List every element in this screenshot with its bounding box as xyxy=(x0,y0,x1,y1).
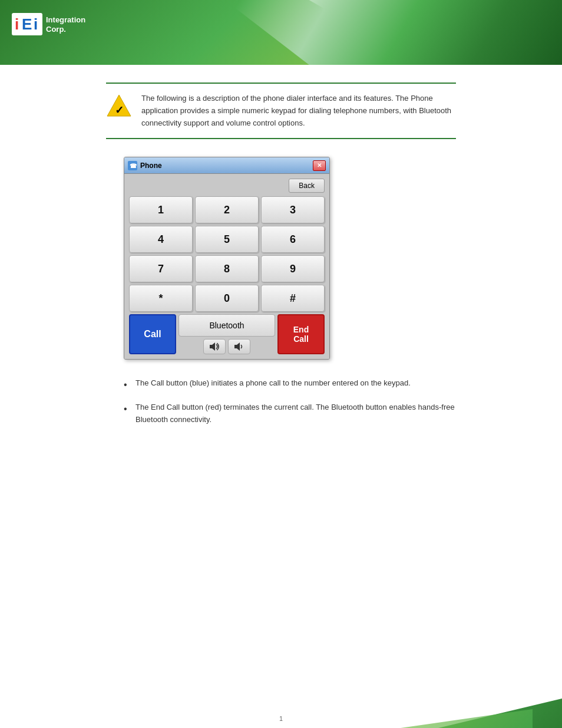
logo-svg: i E i Integration Corp. xyxy=(12,11,88,43)
svg-text:i: i xyxy=(34,15,38,33)
volume-row xyxy=(178,339,275,354)
dialog-title-left: ☎ Phone xyxy=(128,161,162,170)
svg-text:i: i xyxy=(15,15,19,33)
phone-dialog-wrapper: ☎ Phone ✕ Back 1 2 3 xyxy=(124,157,456,360)
footer: 1 xyxy=(0,693,562,728)
svg-text:E: E xyxy=(22,15,32,33)
num-btn-1[interactable]: 1 xyxy=(129,196,193,223)
end-call-button[interactable]: EndCall xyxy=(277,314,325,354)
bottom-action-row: Call Bluetooth xyxy=(129,314,325,354)
phone-dialog: ☎ Phone ✕ Back 1 2 3 xyxy=(124,157,330,360)
bullet-item-2: The End Call button (red) terminates the… xyxy=(124,401,456,426)
footer-wave-2 xyxy=(368,704,533,728)
num-btn-5[interactable]: 5 xyxy=(195,226,259,253)
num-btn-6[interactable]: 6 xyxy=(261,226,325,253)
volume-down-button[interactable] xyxy=(228,339,250,354)
main-content: ✓ The following is a description of the … xyxy=(0,65,562,456)
numpad-grid: 1 2 3 4 5 6 7 8 9 * 0 # xyxy=(129,196,325,312)
volume-up-button[interactable] xyxy=(203,339,226,354)
middle-column: Bluetooth xyxy=(178,314,275,354)
num-btn-3[interactable]: 3 xyxy=(261,196,325,223)
warning-triangle-icon: ✓ xyxy=(106,93,133,119)
num-btn-4[interactable]: 4 xyxy=(129,226,193,253)
bullet-item-1: The Call button (blue) initiates a phone… xyxy=(124,377,456,390)
svg-text:✓: ✓ xyxy=(115,104,124,116)
svg-text:☎: ☎ xyxy=(130,163,137,169)
svg-text:Integration: Integration xyxy=(46,15,85,24)
volume-down-icon xyxy=(233,341,245,352)
note-text: The following is a description of the ph… xyxy=(141,93,456,129)
num-btn-hash[interactable]: # xyxy=(261,285,325,312)
dialog-close-button[interactable]: ✕ xyxy=(313,160,326,171)
dialog-title-text: Phone xyxy=(140,162,162,170)
svg-marker-11 xyxy=(234,342,240,351)
phone-icon: ☎ xyxy=(128,161,137,170)
num-btn-0[interactable]: 0 xyxy=(195,285,259,312)
svg-marker-10 xyxy=(210,342,215,351)
dialog-titlebar: ☎ Phone ✕ xyxy=(124,157,329,174)
header: i E i Integration Corp. xyxy=(0,0,562,65)
call-button[interactable]: Call xyxy=(129,314,176,354)
iei-logo: i E i Integration Corp. xyxy=(12,11,88,43)
volume-up-icon xyxy=(209,341,220,352)
bullet-list: The Call button (blue) initiates a phone… xyxy=(124,377,456,426)
num-btn-7[interactable]: 7 xyxy=(129,255,193,282)
svg-text:Corp.: Corp. xyxy=(46,25,66,34)
page-number: 1 xyxy=(279,715,283,722)
note-section: ✓ The following is a description of the … xyxy=(106,83,456,139)
num-btn-2[interactable]: 2 xyxy=(195,196,259,223)
num-btn-star[interactable]: * xyxy=(129,285,193,312)
warning-icon-container: ✓ xyxy=(106,93,133,119)
num-btn-9[interactable]: 9 xyxy=(261,255,325,282)
back-button[interactable]: Back xyxy=(289,179,325,193)
back-row: Back xyxy=(129,179,325,193)
dialog-body: Back 1 2 3 4 5 6 7 8 9 * xyxy=(124,174,329,359)
logo-area: i E i Integration Corp. xyxy=(12,11,88,43)
bluetooth-button[interactable]: Bluetooth xyxy=(178,314,275,337)
num-btn-8[interactable]: 8 xyxy=(195,255,259,282)
